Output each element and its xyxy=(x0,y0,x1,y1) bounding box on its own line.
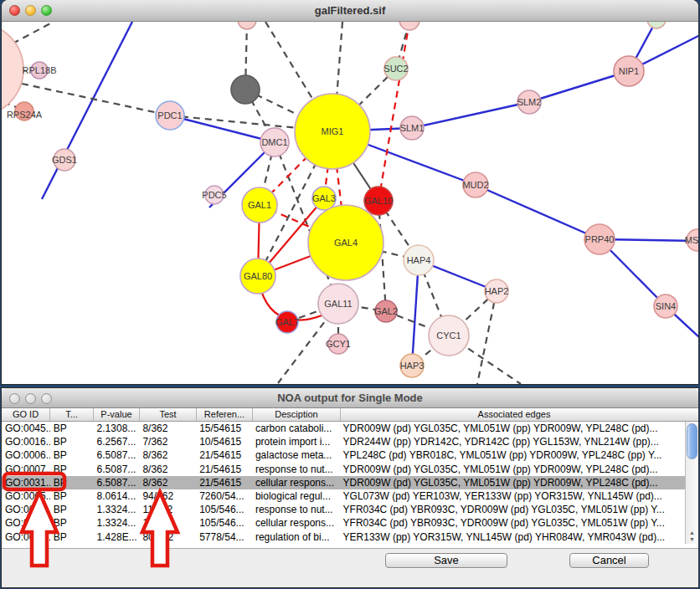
cell: cellular respons... xyxy=(252,476,340,489)
cell: 6.5087... xyxy=(94,463,140,476)
network-edge xyxy=(378,22,409,201)
node-label-HAP2: HAP2 xyxy=(485,286,509,296)
table-row[interactable]: GO:0045...BP2.1308...8/36215/54615carbon… xyxy=(2,422,685,435)
cell: GO:0007... xyxy=(2,463,50,476)
zoom-button[interactable] xyxy=(41,5,52,16)
table-row[interactable]: GO:0016...BP6.2567...7/36210/54615protei… xyxy=(2,435,685,448)
minimize-button[interactable] xyxy=(25,5,36,16)
node-label-MUD2: MUD2 xyxy=(462,180,488,190)
cell: YER133W (pp) YOR315W, YNL145W (pd) YHR08… xyxy=(340,530,685,544)
cell: cellular respons... xyxy=(252,516,340,530)
node-label-MIG1: MIG1 xyxy=(322,126,344,136)
noa-window-titlebar[interactable]: NOA output for Single Mode xyxy=(2,388,698,408)
cell: carbon cataboli... xyxy=(252,422,340,435)
table-row[interactable]: GO:0031...BP1.3324...11/362105/546...cel… xyxy=(2,516,685,530)
network-edge xyxy=(477,291,497,384)
cell: 11/362 xyxy=(139,516,196,530)
close-button[interactable] xyxy=(9,5,20,16)
node-gray[interactable] xyxy=(231,75,260,104)
node-top-a[interactable] xyxy=(238,22,256,29)
network-window-titlebar[interactable]: galFiltered.sif xyxy=(2,0,698,22)
node-label-GDS1: GDS1 xyxy=(52,155,77,165)
node-top-b[interactable] xyxy=(399,22,419,30)
cell: 8/362 xyxy=(139,422,196,435)
minimize-button[interactable] xyxy=(25,393,36,404)
cell: 10/54615 xyxy=(196,435,252,448)
table-row[interactable]: GO:0007...BP6.5087...8/36221/54615respon… xyxy=(2,463,685,476)
node-top-c[interactable] xyxy=(647,22,666,28)
cell: YDR009W (pd) YGL035C, YML051W (pp) YDR00… xyxy=(340,422,685,435)
node-label-GCY1: GCY1 xyxy=(326,339,351,349)
cell: 2.1308... xyxy=(94,422,140,435)
node-label-CYC1: CYC1 xyxy=(436,330,461,341)
column-header-t[interactable]: T... xyxy=(50,408,94,421)
network-graph: RPL18BRPS24AGDS1PDC1MIG1SUC2SLM1DMC1SLM2… xyxy=(2,22,698,384)
node-label-GAL10: GAL10 xyxy=(364,196,393,206)
node-label-DMC1: DMC1 xyxy=(261,137,287,147)
node-label-GAL80: GAL80 xyxy=(244,271,272,281)
cell: protein import i... xyxy=(252,435,340,448)
cell: BP xyxy=(50,463,94,476)
cell: 8/362 xyxy=(139,476,196,489)
cell: 8.0614... xyxy=(94,489,140,503)
cell: BP xyxy=(50,530,94,544)
node-label-GAL2: GAL2 xyxy=(374,306,398,316)
node-label-HAP4: HAP4 xyxy=(407,255,431,265)
zoom-button[interactable] xyxy=(41,393,52,404)
vertical-scrollbar[interactable]: ▲▼ xyxy=(685,422,698,544)
node-big-left[interactable] xyxy=(2,23,23,116)
save-button[interactable]: Save xyxy=(385,553,507,568)
column-header-goid[interactable]: GO ID xyxy=(2,408,50,421)
cell: YPL248C (pd) YBR018C, YML051W (pp) YDR00… xyxy=(340,448,685,462)
scrollbar-thumb[interactable] xyxy=(687,423,697,459)
cell: YFR034C (pd) YBR093C, YDR009W (pd) YGL03… xyxy=(340,516,685,530)
table-row[interactable]: GO:0050...BP1.428E...80/3625778/54...reg… xyxy=(2,530,685,544)
scrollbar-arrows[interactable]: ▲▼ xyxy=(686,530,698,543)
table-header[interactable]: GO IDT...P-valueTestReferen...Desciption… xyxy=(2,408,698,422)
cell: 7260/54... xyxy=(196,489,252,503)
node-label-GAL4: GAL4 xyxy=(334,238,358,248)
table-body: GO:0045...BP2.1308...8/36215/54615carbon… xyxy=(2,422,685,544)
table-row[interactable]: GO:0006...BP6.5087...8/36221/54615galact… xyxy=(2,448,685,462)
network-edge xyxy=(42,22,132,199)
node-label-HAP3: HAP3 xyxy=(400,361,425,371)
cell: YDR009W (pd) YGL035C, YML051W (pp) YDR00… xyxy=(340,476,685,489)
table-row[interactable]: GO:0031...BP1.3324...11/362105/546...res… xyxy=(2,503,685,516)
network-edge xyxy=(476,185,600,239)
column-header-desciption[interactable]: Desciption xyxy=(253,408,341,421)
node-label-PDC5: PDC5 xyxy=(202,190,226,200)
cell: GO:0050... xyxy=(2,530,50,544)
cell: BP xyxy=(50,476,94,489)
cell: 15/54615 xyxy=(196,422,252,435)
cell: YDR009W (pd) YGL035C, YML051W (pp) YDR00… xyxy=(340,463,685,476)
column-header-referen[interactable]: Referen... xyxy=(197,408,253,421)
cell: BP xyxy=(50,448,94,462)
cell: 1.3324... xyxy=(94,516,140,530)
cell: 21/54615 xyxy=(196,448,252,462)
column-header-pvalue[interactable]: P-value xyxy=(94,408,140,421)
network-edge xyxy=(412,260,419,366)
cell: BP xyxy=(50,516,94,530)
cell: 8/362 xyxy=(139,448,196,462)
noa-window-controls xyxy=(9,393,52,404)
cell: 6.5087... xyxy=(94,448,140,462)
node-label-GAL11: GAL11 xyxy=(324,299,352,309)
noa-window-title: NOA output for Single Mode xyxy=(277,392,423,404)
network-canvas[interactable]: RPL18BRPS24AGDS1PDC1MIG1SUC2SLM1DMC1SLM2… xyxy=(2,22,698,384)
cell: GO:0006... xyxy=(2,448,50,462)
window-controls xyxy=(9,5,52,16)
table-row[interactable]: GO:0065...BP8.0614...94/3627260/54...bio… xyxy=(2,489,685,503)
table-row[interactable]: GO:0031...BP6.5087...8/36221/54615cellul… xyxy=(2,476,685,489)
node-label-RPS24A: RPS24A xyxy=(7,110,43,120)
cell: regulation of bi... xyxy=(252,530,340,544)
close-button[interactable] xyxy=(9,393,20,404)
cell: BP xyxy=(50,435,94,448)
column-header-test[interactable]: Test xyxy=(140,408,197,421)
cell: 7/362 xyxy=(139,435,196,448)
cell: 21/54615 xyxy=(196,476,252,489)
column-header-associatededges[interactable]: Associated edges xyxy=(341,408,687,421)
node-label-NIP1: NIP1 xyxy=(619,66,639,76)
cancel-button[interactable]: Cancel xyxy=(569,553,649,568)
cell: 11/362 xyxy=(139,503,196,516)
cell: GO:0031... xyxy=(2,476,50,489)
